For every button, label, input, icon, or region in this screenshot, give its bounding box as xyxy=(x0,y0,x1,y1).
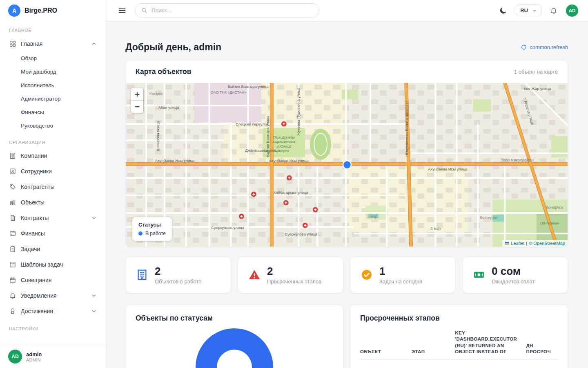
map-label: Абая улица xyxy=(158,105,179,110)
tasks-icon xyxy=(9,245,16,253)
map-label: Улан микрорайон xyxy=(501,158,534,162)
sidebar-item-companies[interactable]: Компании xyxy=(5,148,101,164)
sidebar-item-contractors[interactable]: Контрагенты xyxy=(5,179,101,195)
map-label: Суеркулова улица xyxy=(285,232,318,236)
column-header-object: ОБЪЕКТ xyxy=(360,327,412,360)
stat-value: 2 xyxy=(267,265,321,277)
column-header-days-overdue: ДН ПРОСРОЧ xyxy=(526,327,558,360)
topbar-avatar[interactable]: AD xyxy=(566,4,578,17)
sidebar-item-tasks[interactable]: Задачи xyxy=(5,241,101,257)
map-label: Ой-Терекен xyxy=(540,221,559,225)
stat-cards-row: 2 Объектов в работе 2 Просроченных этапо… xyxy=(125,257,568,293)
user-avatar: AD xyxy=(8,350,22,364)
brand-name: Birge.PRO xyxy=(24,7,57,14)
sidebar-item-notifications[interactable]: Уведомления xyxy=(5,288,101,303)
map-label: Коттеджи xyxy=(480,215,498,220)
language-select[interactable]: RU xyxy=(516,4,541,16)
column-header-stage: ЭТАП xyxy=(412,327,455,360)
sidebar-item-contracts[interactable]: Контракты xyxy=(5,210,101,226)
sidebar-item-label: Сотрудники xyxy=(21,168,52,175)
map-card: Карта объектов 1 объект на карте xyxy=(125,60,568,247)
map-label: Джантошева улица xyxy=(245,148,280,153)
page-title: Добрый день, admin xyxy=(125,42,221,53)
sidebar-item-finance[interactable]: Финансы xyxy=(5,226,101,241)
map-attribution: Leaflet | © OpenStreetMap xyxy=(502,240,568,247)
leaflet-link[interactable]: Leaflet xyxy=(511,241,524,246)
search-icon xyxy=(141,7,148,14)
sidebar-subitem-executor[interactable]: Исполнитель xyxy=(5,79,101,92)
map-label: Жукеева-Пудовкина улица xyxy=(296,88,301,136)
check-circle-icon xyxy=(360,268,373,281)
hamburger-menu-button[interactable] xyxy=(116,4,128,17)
stat-value: 1 xyxy=(379,265,422,277)
sidebar-item-achievements[interactable]: Достижения xyxy=(5,303,101,319)
overdue-stages-table: ОБЪЕКТ ЭТАП KEY 'DASHBOARD.EXECUTOR (RU)… xyxy=(360,327,558,360)
sidebar-subitem-finances[interactable]: Финансы xyxy=(5,105,101,119)
object-marker[interactable] xyxy=(343,161,351,169)
search-input[interactable] xyxy=(151,7,313,13)
map-label: Суеркулова улица xyxy=(211,225,244,230)
medical-cross-marker[interactable] xyxy=(286,175,292,181)
medical-cross-marker[interactable] xyxy=(283,200,289,206)
section-label-main: ГЛАВНОЕ xyxy=(5,25,101,36)
zoom-out-button[interactable]: − xyxy=(131,101,143,113)
map-card-title: Карта объектов xyxy=(136,67,192,76)
contracts-icon xyxy=(9,214,16,222)
notifications-icon xyxy=(9,292,16,299)
sidebar-item-label: Контракты xyxy=(21,215,49,221)
sidebar-item-objects[interactable]: Объекты xyxy=(5,195,101,210)
refresh-icon xyxy=(521,44,527,50)
grid-icon xyxy=(9,40,16,47)
warning-triangle-icon xyxy=(248,268,261,281)
notifications-bell-button[interactable] xyxy=(548,5,559,16)
contractors-icon xyxy=(9,183,16,191)
column-header-executor-key: KEY 'DASHBOARD.EXECUTOR (RU)' RETURNED A… xyxy=(455,327,526,360)
sidebar-item-label: Объекты xyxy=(21,199,45,206)
status-in-progress-dot xyxy=(138,231,143,236)
sidebar-user[interactable]: AD admin ADMIN xyxy=(0,345,106,368)
stat-card-overdue-stages: 2 Просроченных этапов xyxy=(238,257,343,293)
map-canvas[interactable]: Космос ОАО ТНК «ДАСТАН» Байтик Баатыра у… xyxy=(126,83,568,247)
sidebar-item-meetings[interactable]: Совещания xyxy=(5,272,101,288)
chevron-down-icon xyxy=(532,8,537,13)
map-label: Космос xyxy=(149,92,163,96)
brand-block[interactable]: A Birge.PRO xyxy=(0,0,106,21)
medical-cross-marker[interactable] xyxy=(312,207,318,213)
medical-cross-marker[interactable] xyxy=(281,121,287,127)
map-label: Елецкий переулок xyxy=(236,122,269,126)
refresh-button[interactable]: common.refresh xyxy=(521,44,568,50)
sidebar-subitem-administrator[interactable]: Администратор xyxy=(5,92,101,105)
map-label: Кыргызстана xyxy=(273,140,296,144)
sidebar-item-employees[interactable]: Сотрудники xyxy=(5,164,101,179)
stat-card-tasks-today: 1 Задач на сегодня xyxy=(350,257,456,293)
sidebar-item-label: Главная xyxy=(21,40,42,47)
status-donut-chart xyxy=(196,328,273,368)
stat-label: Объектов в работе xyxy=(155,278,201,285)
sidebar-item-task-templates[interactable]: Шаблоны задач xyxy=(5,257,101,272)
sidebar-item-home[interactable]: Главная xyxy=(5,36,101,52)
sidebar-item-label: Совещания xyxy=(21,277,51,283)
map-label: 4 мкр xyxy=(430,227,441,231)
sidebar-subitem-management[interactable]: Руководство xyxy=(5,119,101,132)
user-name: admin xyxy=(26,351,42,357)
zoom-in-button[interactable]: + xyxy=(131,88,143,101)
refresh-label: common.refresh xyxy=(530,44,568,50)
stat-label: Ожидается оплат xyxy=(492,278,535,285)
dark-mode-toggle[interactable] xyxy=(497,4,509,16)
medical-cross-marker[interactable] xyxy=(238,213,244,219)
map-label: Койбагарова улица xyxy=(274,190,308,195)
medical-cross-marker[interactable] xyxy=(251,191,256,197)
map-zoom-control: + − xyxy=(131,88,144,113)
legend-item-label: В работе xyxy=(145,231,166,236)
openstreetmap-link[interactable]: © OpenStreetMap xyxy=(529,241,565,246)
medical-cross-marker[interactable] xyxy=(302,222,308,228)
app-root: A Birge.PRO ГЛАВНОЕ Главная Обзор Мой да… xyxy=(0,0,588,368)
stat-value: 2 xyxy=(155,265,201,277)
sidebar-subitem-my-dashboard[interactable]: Мой дашборд xyxy=(5,65,101,79)
sidebar-item-label: Шаблоны задач xyxy=(21,261,63,268)
stat-card-objects-in-progress: 2 Объектов в работе xyxy=(125,257,231,293)
building-icon xyxy=(136,268,149,281)
chevron-up-icon xyxy=(91,41,97,47)
stat-label: Просроченных этапов xyxy=(267,278,321,285)
sidebar-subitem-overview[interactable]: Обзор xyxy=(5,52,101,65)
